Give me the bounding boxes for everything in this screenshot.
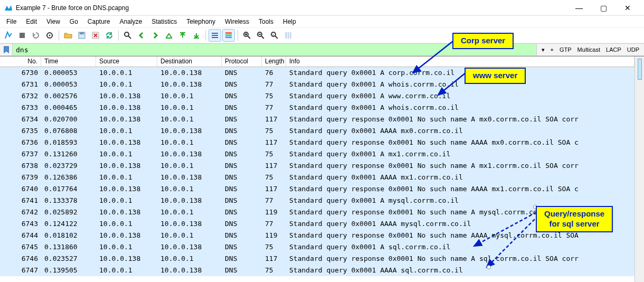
- scrollbar[interactable]: [634, 57, 644, 282]
- menu-tools[interactable]: Tools: [254, 17, 278, 26]
- cell: 0.000053: [41, 67, 96, 79]
- menu-file[interactable]: File: [2, 17, 21, 26]
- menu-go[interactable]: Go: [65, 17, 82, 26]
- menu-statistics[interactable]: Statistics: [147, 17, 181, 26]
- cell: 0.000465: [41, 102, 96, 114]
- cell: 6731: [0, 79, 41, 90]
- menu-help[interactable]: Help: [279, 17, 300, 26]
- minimize-button[interactable]: —: [567, 0, 591, 16]
- cell: 0.139505: [41, 265, 96, 276]
- cell: DNS: [222, 137, 262, 148]
- svg-rect-0: [20, 33, 25, 38]
- cell: Standard query response 0x0001 No such n…: [286, 183, 634, 195]
- packet-row[interactable]: 67350.07680810.0.0.110.0.0.138DNS75Stand…: [0, 125, 634, 137]
- cell: 76: [262, 67, 286, 79]
- zoom-out-icon[interactable]: [254, 29, 267, 42]
- cell: 10.0.0.138: [157, 148, 222, 160]
- filter-btn-gtp[interactable]: GTP: [557, 45, 574, 54]
- packet-row[interactable]: 67370.13126010.0.0.110.0.0.138DNS75Stand…: [0, 148, 634, 160]
- col-header-dst[interactable]: Destination: [157, 57, 222, 67]
- find-icon[interactable]: [121, 29, 134, 42]
- callout-corp: Corp server: [452, 33, 514, 49]
- callout-www: www server: [465, 68, 526, 84]
- cell: Standard query 0x0001 A mx1.corrm.co.il: [286, 148, 634, 160]
- menu-view[interactable]: View: [42, 17, 64, 26]
- col-header-src[interactable]: Source: [96, 57, 157, 67]
- cell: 0.018593: [41, 137, 96, 148]
- packet-row[interactable]: 67390.12638610.0.0.110.0.0.138DNS75Stand…: [0, 172, 634, 183]
- back-icon[interactable]: [135, 29, 148, 42]
- cell: 117: [262, 114, 286, 125]
- packet-row[interactable]: 67360.01859310.0.0.13810.0.0.1DNS117Stan…: [0, 137, 634, 148]
- reload-icon[interactable]: [103, 29, 116, 42]
- cell: 10.0.0.1: [157, 183, 222, 195]
- zoom-reset-icon[interactable]: 1: [268, 29, 281, 42]
- cell: 10.0.0.1: [96, 172, 157, 183]
- cell: 6747: [0, 265, 41, 276]
- cell: 77: [262, 102, 286, 114]
- open-icon[interactable]: [62, 29, 74, 42]
- zoom-in-icon[interactable]: [241, 29, 253, 42]
- close-file-icon[interactable]: [89, 29, 102, 42]
- resize-cols-icon[interactable]: [282, 29, 295, 42]
- restart-icon[interactable]: [30, 29, 42, 42]
- packet-row[interactable]: 67400.01776410.0.0.13810.0.0.1DNS117Stan…: [0, 183, 634, 195]
- cell: Standard query 0x0001 A mysql.corrm.co.i…: [286, 195, 634, 206]
- menu-analyze[interactable]: Analyze: [116, 17, 147, 26]
- col-header-no[interactable]: No.: [0, 57, 41, 67]
- go-first-icon[interactable]: [176, 29, 189, 42]
- menu-telephony[interactable]: Telephony: [182, 17, 220, 26]
- packet-row[interactable]: 67300.00005310.0.0.110.0.0.138DNS76Stand…: [0, 67, 634, 79]
- stop-icon[interactable]: [16, 29, 29, 42]
- colorize-icon[interactable]: [222, 29, 235, 42]
- col-header-proto[interactable]: Protocol: [222, 57, 262, 67]
- packet-list-header[interactable]: No. Time Source Destination Protocol Len…: [0, 57, 634, 67]
- col-header-info[interactable]: Info: [286, 57, 634, 67]
- forward-icon[interactable]: [149, 29, 162, 42]
- save-icon[interactable]: [75, 29, 88, 42]
- filter-btn-[interactable]: +: [548, 45, 556, 54]
- packet-row[interactable]: 67450.13186010.0.0.110.0.0.138DNS75Stand…: [0, 241, 634, 253]
- cell: Standard query 0x0001 AAAA mx0.corrm.co.…: [286, 125, 634, 137]
- menu-capture[interactable]: Capture: [83, 17, 115, 26]
- cell: 0.076808: [41, 125, 96, 137]
- cell: DNS: [222, 218, 262, 230]
- fin-start-icon[interactable]: [2, 29, 15, 42]
- cell: 10.0.0.138: [96, 160, 157, 172]
- autoscroll-icon[interactable]: [209, 29, 221, 42]
- menu-edit[interactable]: Edit: [22, 17, 41, 26]
- filter-btn-multicast[interactable]: Multicast: [575, 45, 603, 54]
- cell: Standard query 0x0001 A www.corrm.co.il: [286, 90, 634, 102]
- packet-row[interactable]: 67340.02070010.0.0.13810.0.0.1DNS117Stan…: [0, 114, 634, 125]
- filter-btn-udp[interactable]: UDP: [624, 45, 642, 54]
- packet-row[interactable]: 67380.02372910.0.0.13810.0.0.1DNS117Stan…: [0, 160, 634, 172]
- cell: 10.0.0.1: [96, 241, 157, 253]
- cell: 10.0.0.138: [157, 172, 222, 183]
- svg-rect-11: [212, 35, 218, 36]
- close-button[interactable]: ✕: [615, 0, 640, 16]
- filter-btn-[interactable]: ▾: [539, 45, 547, 54]
- packet-row[interactable]: 67310.00005310.0.0.110.0.0.138DNS77Stand…: [0, 79, 634, 90]
- cell: DNS: [222, 230, 262, 241]
- packet-row[interactable]: 67320.00257610.0.0.13810.0.0.1DNS75Stand…: [0, 90, 634, 102]
- filter-btn-lacp[interactable]: LACP: [603, 45, 624, 54]
- menu-wireless[interactable]: Wireless: [221, 17, 253, 26]
- maximize-button[interactable]: ▢: [591, 0, 615, 16]
- cell: 10.0.0.1: [157, 90, 222, 102]
- go-last-icon[interactable]: [190, 29, 203, 42]
- packet-row[interactable]: 67460.02352710.0.0.13810.0.0.1DNS117Stan…: [0, 253, 634, 265]
- bookmark-icon[interactable]: [0, 44, 13, 55]
- cell: 10.0.0.1: [157, 137, 222, 148]
- packet-row[interactable]: 67330.00046510.0.0.13810.0.0.1DNS77Stand…: [0, 102, 634, 114]
- jump-icon[interactable]: [163, 29, 175, 42]
- callout-sql-line1: Query/response: [544, 209, 604, 218]
- packet-row[interactable]: 67410.13337810.0.0.110.0.0.138DNS77Stand…: [0, 195, 634, 206]
- packet-row[interactable]: 67470.13950510.0.0.110.0.0.138DNS75Stand…: [0, 265, 634, 276]
- cell: 6736: [0, 137, 41, 148]
- col-header-time[interactable]: Time: [41, 57, 96, 67]
- col-header-len[interactable]: Length: [262, 57, 286, 67]
- cell: 0.126386: [41, 172, 96, 183]
- options-icon[interactable]: [43, 29, 56, 42]
- scrollbar-thumb[interactable]: [638, 59, 642, 80]
- svg-rect-10: [212, 33, 218, 34]
